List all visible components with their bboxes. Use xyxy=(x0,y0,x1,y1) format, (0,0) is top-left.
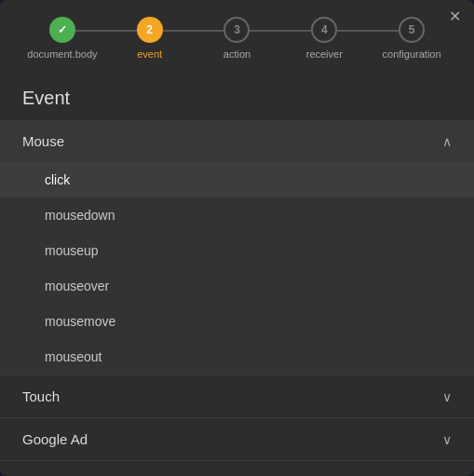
accordion-touch: Touch ∨ xyxy=(0,375,474,418)
accordion-label-touch: Touch xyxy=(22,388,60,404)
step-receiver[interactable]: 4 receiver xyxy=(280,17,368,60)
accordion-google-ad: Google Ad ∨ xyxy=(0,418,474,461)
accordion-header-touch[interactable]: Touch ∨ xyxy=(0,375,474,417)
event-item-click[interactable]: click xyxy=(0,162,474,197)
step-configuration[interactable]: 5 configuration xyxy=(368,17,455,60)
step-circle-2: 2 xyxy=(137,17,163,43)
step-label-3: action xyxy=(223,48,251,60)
step-action[interactable]: 3 action xyxy=(194,17,281,60)
accordion-body-mouse: click mousedown mouseup mouseover mousem… xyxy=(0,162,474,374)
event-item-mousedown[interactable]: mousedown xyxy=(0,197,474,233)
chevron-down-icon-google-ad: ∨ xyxy=(442,432,452,447)
step-circle-5: 5 xyxy=(399,17,425,43)
accordion-label-google-ad: Google Ad xyxy=(22,431,88,447)
content-area: Event Mouse ∧ click mousedown mouseup mo… xyxy=(0,73,474,476)
step-circle-1: ✓ xyxy=(49,17,75,43)
stepper: ✓ document.body 2 event 3 action 4 recei… xyxy=(0,0,474,73)
step-label-4: receiver xyxy=(306,48,343,60)
accordion-header-google-ad[interactable]: Google Ad ∨ xyxy=(0,418,474,460)
event-item-mouseup[interactable]: mouseup xyxy=(0,233,474,268)
step-circle-4: 4 xyxy=(311,17,337,43)
step-label-1: document.body xyxy=(27,48,97,60)
step-document-body[interactable]: ✓ document.body xyxy=(19,17,106,60)
event-item-mousemove[interactable]: mousemove xyxy=(0,304,474,339)
close-button[interactable]: ✕ xyxy=(449,9,461,24)
chevron-down-icon-touch: ∨ xyxy=(442,389,452,404)
step-label-2: event xyxy=(137,48,162,60)
accordion-header-mouse[interactable]: Mouse ∧ xyxy=(0,120,474,162)
event-item-mouseover[interactable]: mouseover xyxy=(0,268,474,304)
event-item-mouseout[interactable]: mouseout xyxy=(0,339,474,374)
modal: ✕ ✓ document.body 2 event 3 action 4 rec… xyxy=(0,0,474,476)
page-title: Event xyxy=(0,88,474,120)
chevron-up-icon: ∧ xyxy=(442,134,452,149)
step-circle-3: 3 xyxy=(223,17,250,43)
accordion-mouse: Mouse ∧ click mousedown mouseup mouseove… xyxy=(0,120,474,375)
step-event[interactable]: 2 event xyxy=(106,17,194,60)
accordion-label-mouse: Mouse xyxy=(22,133,64,149)
step-label-5: configuration xyxy=(383,48,441,60)
